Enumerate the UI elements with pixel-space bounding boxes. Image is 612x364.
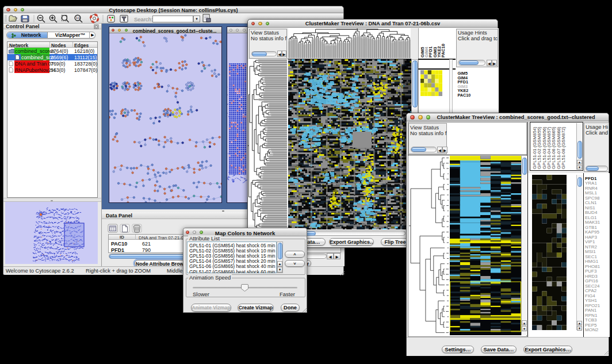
svg-text:1:1: 1:1 (76, 17, 80, 20)
